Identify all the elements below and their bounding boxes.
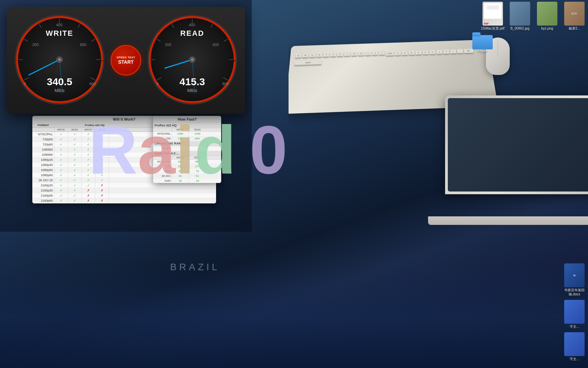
row-check-cell: ✓ (95, 163, 109, 167)
svg-text:400: 400 (189, 23, 195, 27)
hf-yuv-720-label: 720 (153, 164, 172, 169)
desktop-icon-docx[interactable]: W 书香百年第四镜.docx (562, 263, 586, 296)
start-label: START (118, 59, 134, 65)
row-format: 1080p60 (32, 173, 54, 178)
svg-point-20 (58, 58, 61, 61)
svg-text:200: 200 (165, 43, 171, 47)
pdf-line (487, 9, 499, 9)
hf-yuv-ntsc-label: NTSC/PAL (153, 159, 172, 164)
row-check-cell: ✓ (82, 147, 95, 152)
docx-icon-label: 书香百年第四镜.docx (562, 288, 586, 296)
hf-col-headers: WRITE READ (153, 128, 221, 132)
top-right-desktop-icons: PDF 15iMac发票.pdf B_00902.jpg byz.png 截屏2… (467, 2, 586, 53)
jpg-thumbnail (510, 2, 530, 26)
key: \ (379, 51, 385, 56)
speed-test-start-button[interactable]: SPEED TEST START (111, 45, 141, 76)
svg-text:MB/s: MB/s (187, 88, 197, 93)
key: G (422, 50, 429, 55)
row-format: NTSC/PAL (32, 132, 54, 137)
row-check-cell: ✓ (82, 168, 95, 172)
desktop-icon-pdf[interactable]: PDF 15iMac发票.pdf (481, 2, 505, 31)
row-check-cell: ✗ (82, 188, 95, 193)
key: A (395, 51, 401, 56)
row-check-cell: ✓ (82, 163, 95, 167)
row-check-cell: ✓ (54, 142, 68, 147)
screenshot-thumbnail: 截屏2 (564, 2, 585, 26)
row-check-cell (95, 152, 109, 157)
hf-720-format: 720 (153, 136, 172, 141)
row-check-cell: ✓ (95, 178, 109, 183)
row-check-cell: ✓ (82, 142, 95, 147)
hf-read-col: READ (189, 128, 206, 131)
desktop-icon-png[interactable]: byz.png (535, 2, 559, 31)
svg-point-44 (191, 58, 194, 61)
svg-text:415.3: 415.3 (179, 76, 205, 87)
key: R (316, 53, 322, 58)
key: Q (295, 53, 301, 58)
key: U (337, 52, 343, 57)
folder-body (472, 35, 493, 49)
desktop-icon-jpg[interactable]: B_00902.jpg (508, 2, 532, 31)
row-check-cell: ✓ (54, 183, 68, 188)
screenshot-icon-label: 截屏2... (569, 27, 580, 31)
table-row: 2160p60✓✓✗✗ (32, 198, 216, 203)
svg-text:400: 400 (56, 23, 62, 27)
key: D (409, 51, 415, 56)
svg-text:0: 0 (24, 82, 26, 86)
row-format: 1080p25 (32, 157, 54, 162)
start-button-container: SPEED TEST START (111, 45, 141, 76)
key: L (450, 49, 456, 54)
row-check-cell: ✓ (68, 188, 82, 193)
hf-yuv-1080-read: 79 (189, 169, 206, 173)
key: [ (365, 51, 371, 56)
row-format: 720p50 (32, 137, 54, 142)
hf-row-720: 720 720 844 (153, 136, 221, 141)
bottom-right-desktop-icons: W 书香百年第四镜.docx 字文... 宇文... (562, 263, 586, 361)
row-format: 2160p60 (32, 198, 54, 203)
row-check-cell: ✓ (68, 178, 82, 183)
folder-icon-label: Folder (478, 49, 487, 53)
hf-yuv-ntsc: NTSC/PAL 398 467 (153, 159, 221, 164)
row-check-cell: ✓ (68, 173, 82, 178)
svg-text:WRITE: WRITE (46, 29, 74, 37)
docx-thumbnail: W (564, 263, 585, 287)
row-check-cell: ✓ (54, 147, 68, 152)
svg-text:600: 600 (213, 43, 219, 47)
row-check-cell (95, 142, 109, 147)
key: ] (372, 51, 378, 56)
key-row-3: SPACE (294, 60, 322, 66)
row-check-cell: ✓ (54, 188, 68, 193)
pdf-line (487, 7, 499, 8)
desktop-icon-folder[interactable]: Folder (471, 32, 494, 53)
write-gauge: 0 200 400 600 800 340.5 MB/s WRITE (12, 12, 107, 109)
doc3-thumbnail (564, 332, 585, 356)
hf-yuv-write-col: WRITE (172, 156, 189, 159)
hf-yuv-720-write: 151 (172, 164, 189, 169)
row-check-cell: ✓ (68, 147, 82, 152)
folder-icon-graphic (472, 32, 493, 49)
hf-yuv-2160-label: 2160 (153, 179, 172, 183)
hf-format-col (153, 128, 172, 131)
ocean-gradient (0, 266, 588, 368)
key: P (358, 51, 364, 56)
hf-yuv-720: 720 151 177 (153, 164, 221, 169)
png-thumbnail (537, 2, 557, 26)
hf-720-write: 720 (172, 136, 189, 141)
hf-ntsc-format: NTSC/PAL (153, 132, 172, 136)
desktop-icon-doc3[interactable]: 宇文... (562, 332, 586, 361)
doc2-icon-label: 字文... (570, 325, 579, 329)
hf-yuv-2k-label: 2K DCI (153, 174, 172, 178)
row-check-cell (95, 132, 109, 137)
hf-yuv-1080: 1080 67 79 (153, 169, 221, 174)
how-fast-header: How Fast? (153, 116, 221, 123)
pdf-doc-body (484, 3, 502, 19)
gauges-row: 0 200 400 600 800 340.5 MB/s WRITE SPEED… (12, 12, 240, 109)
row-check-cell: ✓ (82, 137, 95, 142)
hf-cdng-read1 (189, 146, 206, 151)
row-format: 2K DCI 25 (32, 178, 54, 183)
row-format: 1080p50 (32, 168, 54, 172)
row-check-cell: ✗ (95, 193, 109, 198)
desktop-icon-doc2[interactable]: 字文... (562, 300, 586, 329)
speed-test-label: SPEED TEST (117, 56, 135, 59)
desktop-icon-screenshot[interactable]: 截屏2 截屏2... (562, 2, 586, 31)
